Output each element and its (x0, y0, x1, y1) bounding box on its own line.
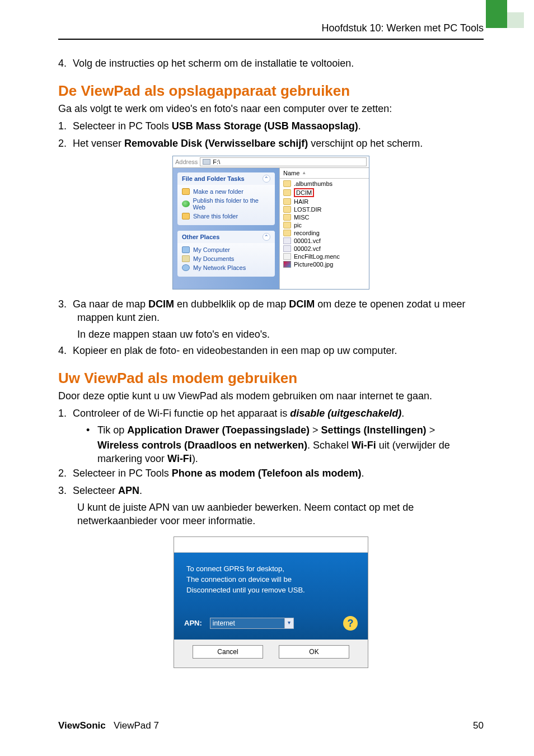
vcf-icon (283, 245, 291, 252)
file-row[interactable]: 00001.vcf (283, 237, 366, 245)
apn-label: APN: (184, 619, 202, 627)
intro-step-4: 4.Volg de instructies op het scherm om d… (58, 57, 484, 70)
sec2-step3-sub: U kunt de juiste APN van uw aanbieder be… (58, 501, 484, 528)
page-body: Hoofdstuk 10: Werken met PC Tools 4.Volg… (0, 0, 534, 690)
tasks-panel-head[interactable]: File and Folder Tasks ⌃ (177, 172, 275, 185)
apn-dialog: To connect GPRS for desktop, The connect… (174, 536, 368, 668)
folder-icon (283, 180, 291, 187)
folder-new-icon (182, 188, 190, 195)
folder-icon (283, 222, 291, 228)
dropdown-icon[interactable]: ▾ (284, 618, 293, 628)
network-icon (182, 264, 190, 271)
apn-row: APN: internet ▾ ? (174, 609, 368, 640)
explorer-window: Address F:\ File and Folder Tasks ⌃ Make… (172, 156, 369, 290)
task-publish[interactable]: Publish this folder to the Web (182, 196, 270, 212)
page-footer: ViewSonic ViewPad 7 50 (58, 720, 484, 731)
bullet-icon: • (86, 423, 97, 437)
file-row[interactable]: recording (283, 229, 366, 237)
section2-lead: Door deze optie kunt u uw ViewPad als mo… (58, 390, 484, 402)
file-list-pane: Name ▲ .albumthumbs DCIM HAIR LOST.DIR M… (279, 168, 369, 289)
dialog-message: To connect GPRS for desktop, The connect… (174, 553, 368, 609)
section1-lead: Ga als volgt te werk om video's en foto'… (58, 103, 484, 115)
folder-icon (283, 230, 291, 236)
dialog-titlebar (174, 537, 368, 553)
sec1-step1: 1.Selecteer in PC Tools USB Mass Storage… (58, 119, 484, 133)
place-my-documents[interactable]: My Documents (182, 254, 270, 263)
place-my-network[interactable]: My Network Places (182, 263, 270, 272)
sec1-step3: 3.Ga naar de map DCIM en dubbelklik op d… (58, 297, 484, 325)
footer-left: ViewSonic ViewPad 7 (58, 720, 159, 731)
sec2-step1: 1.Controleer of de Wi-Fi functie op het … (58, 407, 484, 420)
my-computer-icon (182, 246, 190, 253)
name-column-header[interactable]: Name ▲ (280, 168, 369, 179)
sec2-step2: 2.Selecteer in PC Tools Phone as modem (… (58, 466, 484, 480)
task-share[interactable]: Share this folder (182, 212, 270, 221)
apn-select[interactable]: internet ▾ (210, 618, 294, 629)
file-row[interactable]: pic (283, 221, 366, 229)
file-row[interactable]: EncFiltLog.menc (283, 253, 366, 260)
sec1-step2: 2.Het venser Removable Disk (Verwisselba… (58, 137, 484, 150)
places-panel-head[interactable]: Other Places ⌃ (177, 231, 275, 243)
sec2-step3: 3.Selecteer APN. (58, 484, 484, 497)
file-row[interactable]: LOST.DIR (283, 206, 366, 213)
sec1-step3-sub: In deze mappen staan uw foto's en video'… (58, 328, 484, 341)
task-new-folder[interactable]: Make a new folder (182, 187, 270, 196)
section1-title: De ViewPad als opslagapparaat gebruiken (58, 82, 484, 100)
file-row[interactable]: Picture000.jpg (283, 260, 366, 268)
file-row[interactable]: MISC (283, 213, 366, 221)
sort-asc-icon: ▲ (302, 170, 306, 175)
step-number: 4. (58, 57, 73, 70)
dialog-buttons: Cancel OK (174, 640, 368, 668)
vcf-icon (283, 237, 291, 244)
folder-icon (283, 189, 291, 196)
dcim-highlight: DCIM (294, 188, 314, 197)
file-icon (283, 253, 291, 260)
folder-icon (283, 198, 291, 205)
address-bar: Address F:\ (173, 156, 369, 168)
drive-icon (203, 159, 210, 165)
apn-value: internet (210, 618, 284, 628)
drive-field[interactable]: F:\ (200, 157, 367, 166)
page-number: 50 (473, 720, 484, 731)
share-icon (182, 213, 190, 220)
sec2-step1-bullet-cont: Wireless controls (Draadloos en netwerke… (58, 438, 484, 466)
file-row[interactable]: .albumthumbs (283, 180, 366, 188)
section2-title: Uw ViewPad als modem gebruiken (58, 370, 484, 387)
ok-button[interactable]: OK (279, 645, 349, 659)
folder-icon (283, 214, 291, 221)
chapter-header: Hoofdstuk 10: Werken met PC Tools (58, 22, 484, 34)
tasks-panel: File and Folder Tasks ⌃ Make a new folde… (177, 172, 275, 225)
address-label: Address (175, 158, 198, 165)
sec1-step4: 4.Kopieer en plak de foto- en videobesta… (58, 344, 484, 357)
file-row[interactable]: 00002.vcf (283, 245, 366, 253)
folder-icon (283, 206, 291, 213)
corner-accent (486, 0, 507, 28)
image-icon (283, 261, 291, 268)
place-my-computer[interactable]: My Computer (182, 245, 270, 254)
collapse-icon[interactable]: ⌃ (263, 233, 270, 241)
file-row[interactable]: HAIR (283, 198, 366, 206)
sec2-step1-bullet: •Tik op Application Drawer (Toepassingsl… (58, 423, 484, 437)
header-rule (58, 39, 484, 40)
explorer-sidebar: File and Folder Tasks ⌃ Make a new folde… (173, 168, 279, 289)
collapse-icon[interactable]: ⌃ (263, 175, 270, 183)
documents-icon (182, 255, 190, 262)
file-row-dcim[interactable]: DCIM (283, 188, 366, 198)
help-icon[interactable]: ? (343, 616, 358, 631)
places-panel: Other Places ⌃ My Computer My Documents … (177, 231, 275, 277)
globe-icon (182, 200, 190, 207)
cancel-button[interactable]: Cancel (193, 645, 263, 659)
